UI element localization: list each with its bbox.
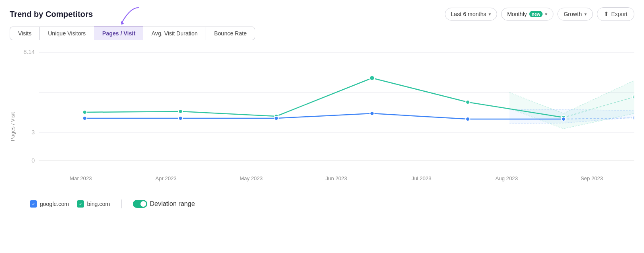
toggle-knob [140, 201, 146, 207]
chart-plot-area: 8.14 3 0 [18, 44, 634, 173]
main-container: Trend by Competitors Last 6 months ▾ Mon… [0, 0, 644, 253]
x-labels: Mar 2023 Apr 2023 May 2023 Jun 2023 Jul … [18, 175, 634, 181]
bing-dot-6 [632, 95, 634, 99]
y-axis-label: Pages / Visit [10, 44, 16, 193]
deviation-label: Deviation range [150, 200, 195, 208]
legend: ✓ google.com ✓ bing.com Deviation range [10, 200, 634, 208]
header: Trend by Competitors Last 6 months ▾ Mon… [10, 7, 634, 21]
x-label-jun: Jun 2023 [294, 175, 379, 181]
chart-svg: 8.14 3 0 [18, 44, 634, 173]
time-range-label: Last 6 months [451, 11, 486, 17]
svg-marker-0 [121, 21, 124, 25]
google-dot-5 [561, 117, 566, 121]
google-checkbox[interactable]: ✓ [30, 200, 37, 208]
tabs-section: Visits Unique Visitors Pages / Visit Avg… [10, 27, 634, 40]
page-title: Trend by Competitors [10, 10, 93, 19]
google-dot-2 [274, 116, 278, 120]
bing-dot-1 [178, 109, 182, 113]
export-label: Export [611, 11, 627, 17]
google-dot-6 [632, 116, 634, 120]
growth-dropdown[interactable]: Growth ▾ [557, 8, 592, 21]
bing-checkbox[interactable]: ✓ [77, 200, 84, 208]
svg-text:3: 3 [31, 129, 35, 136]
x-label-may: May 2023 [208, 175, 294, 181]
chart-area: Pages / Visit 8.14 3 0 [10, 44, 634, 193]
tab-visits[interactable]: Visits [10, 27, 39, 40]
legend-divider [121, 200, 122, 208]
bing-line [85, 78, 564, 117]
bing-dot-4 [466, 100, 470, 104]
x-label-apr: Apr 2023 [124, 175, 209, 181]
google-line [85, 113, 564, 119]
export-button[interactable]: ⬆ Export [597, 7, 634, 21]
google-dot-1 [178, 116, 182, 120]
legend-google[interactable]: ✓ google.com [30, 200, 69, 208]
tab-unique-visitors[interactable]: Unique Visitors [39, 27, 94, 40]
growth-label: Growth [564, 11, 582, 17]
x-label-sep: Sep 2023 [549, 175, 634, 181]
growth-chevron: ▾ [584, 12, 587, 17]
x-label-jul: Jul 2023 [379, 175, 464, 181]
time-range-dropdown[interactable]: Last 6 months ▾ [445, 8, 497, 21]
svg-text:8.14: 8.14 [23, 49, 35, 55]
bing-dot-0 [83, 110, 87, 114]
deviation-toggle[interactable] [133, 200, 147, 208]
header-controls: Last 6 months ▾ Monthly new ▾ Growth ▾ ⬆… [445, 7, 634, 21]
deviation-toggle-section: Deviation range [133, 200, 195, 208]
upload-icon: ⬆ [604, 10, 609, 18]
x-label-mar: Mar 2023 [38, 175, 124, 181]
new-badge: new [529, 11, 543, 17]
tab-pages-visit[interactable]: Pages / Visit [94, 27, 143, 40]
frequency-dropdown[interactable]: Monthly new ▾ [501, 8, 553, 21]
google-dot-0 [83, 116, 87, 120]
google-dot-4 [466, 117, 470, 121]
chart-inner: 8.14 3 0 [18, 44, 634, 193]
svg-text:0: 0 [31, 157, 35, 164]
bing-label: bing.com [87, 201, 110, 207]
bing-dot-3 [369, 76, 374, 80]
google-label: google.com [40, 201, 69, 207]
tabs-row: Visits Unique Visitors Pages / Visit Avg… [10, 27, 634, 40]
frequency-chevron: ▾ [545, 12, 547, 17]
legend-bing[interactable]: ✓ bing.com [77, 200, 110, 208]
tab-bounce-rate[interactable]: Bounce Rate [206, 27, 255, 40]
frequency-label: Monthly [507, 11, 527, 17]
x-label-aug: Aug 2023 [464, 175, 549, 181]
tab-avg-visit-duration[interactable]: Avg. Visit Duration [143, 27, 206, 40]
google-dot-3 [370, 111, 374, 115]
time-range-chevron: ▾ [489, 12, 491, 17]
